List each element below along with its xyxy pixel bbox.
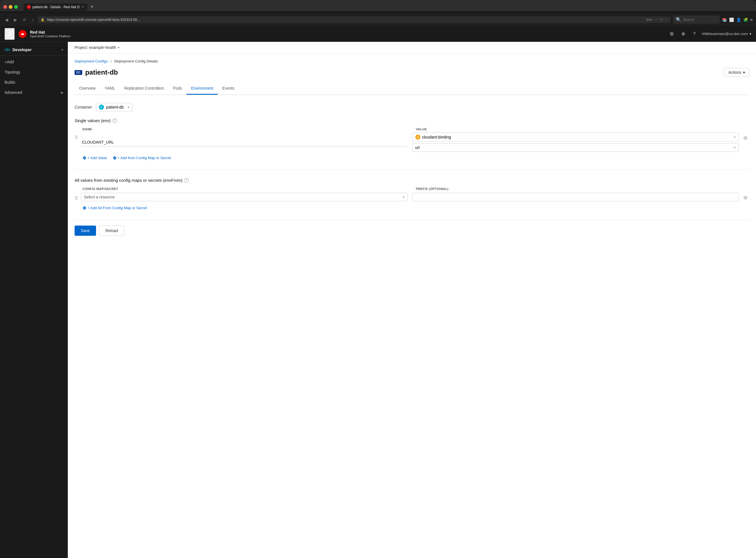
all-values-title: All values from existing config maps or … [75, 178, 183, 183]
sidebar-role-label: Developer [12, 48, 32, 52]
config-map-col-header: CONFIG MAP/SECRET [82, 187, 411, 191]
env-key-select[interactable]: url ▾ [412, 143, 739, 152]
svg-point-2 [21, 33, 24, 35]
home-button[interactable]: ⌂ [30, 17, 35, 23]
name-col-header: NAME [82, 127, 411, 131]
username: IAM#svennam@us.ibm.com [702, 32, 748, 36]
tab-overview[interactable]: Overview [75, 82, 100, 95]
forward-button[interactable]: ▶ [12, 17, 19, 23]
value-col-header: VALUE [416, 127, 745, 131]
bookmark-icon[interactable]: ⋯ [654, 18, 658, 22]
section-divider [75, 170, 749, 170]
actions-button[interactable]: Actions ▾ [724, 68, 749, 77]
new-tab-button[interactable]: + [88, 3, 96, 11]
sidebar-item-builds[interactable]: Builds [0, 77, 68, 87]
user-menu[interactable]: IAM#svennam@us.ibm.com ▾ [702, 32, 752, 36]
breadcrumb-parent-link[interactable]: Deployment Configs [75, 59, 108, 63]
env-key-value: url [415, 145, 420, 150]
add-value-label: + Add Value [87, 156, 107, 160]
tab-environment[interactable]: Environment [186, 82, 218, 95]
address-bar[interactable]: 🔒 https://console-openshift-console.open… [38, 17, 670, 23]
active-browser-tab[interactable]: O patient-db · Details · Red Hat O ✕ [23, 3, 87, 11]
tab-yaml[interactable]: YAML [100, 82, 119, 95]
main-content: Project: example-health ▾ Deployment Con… [68, 42, 756, 558]
container-label: Container: [75, 105, 93, 109]
add-value-icon: ⊕ [82, 155, 86, 160]
breadcrumb-current: Deployment Config Details [114, 59, 158, 63]
project-bar: Project: example-health ▾ [68, 42, 756, 53]
reload-button[interactable]: Reload [99, 226, 124, 236]
shield-icon: 🛡 [660, 18, 663, 22]
add-from-config-label: + Add from Config Map or Secret [117, 156, 171, 160]
topology-label: Topology [4, 70, 20, 74]
envfrom-drag-handle-icon[interactable]: ⠿ [75, 193, 78, 201]
minimize-traffic-light[interactable] [9, 5, 12, 9]
env-value-secret-select[interactable]: S cloudant-binding ▾ [412, 132, 739, 142]
drag-handle-icon[interactable]: ⠿ [75, 132, 78, 140]
remove-env-row-button[interactable]: ⊖ [741, 134, 749, 142]
brand-name: Red Hat [30, 30, 71, 34]
tab-favicon: O [27, 5, 31, 9]
secret-icon: S [415, 134, 421, 140]
tab-title: patient-db · Details · Red Hat O [32, 5, 80, 9]
reload-browser-button[interactable]: ↺ [21, 17, 28, 23]
add-from-config-link[interactable]: ⊕ + Add from Config Map or Secret [113, 155, 171, 160]
dc-badge: DC [75, 70, 82, 75]
brand-logo-area: Red Hat OpenShift Container Platform [18, 29, 71, 39]
add-all-from-config-link[interactable]: ⊕ + Add All From Config Map or Secret [82, 205, 147, 210]
save-button[interactable]: Save [75, 226, 96, 236]
container-dropdown-icon: ▾ [128, 105, 129, 109]
maximize-traffic-light[interactable] [14, 5, 18, 9]
tabs-icon[interactable]: ⬜ [729, 18, 734, 22]
add-label: +Add [4, 60, 14, 64]
sidebar-item-advanced[interactable]: Advanced ▶ [0, 87, 68, 98]
star-icon[interactable]: ☆ [665, 18, 668, 22]
close-traffic-light[interactable] [3, 5, 7, 9]
container-selector[interactable]: C patient-db ▾ [96, 103, 133, 111]
zoom-level: 90% [646, 18, 652, 22]
envfrom-row: ⠿ Select a resource ▾ ⊖ [75, 192, 749, 202]
role-dropdown-icon: ▾ [61, 48, 63, 52]
action-buttons: Save Reload [75, 220, 749, 236]
env-row: ⠿ S cloudant-binding ▾ [75, 132, 749, 152]
single-values-title: Single values (env) [75, 118, 111, 123]
container-name: patient-db [106, 105, 124, 109]
select-resource-text: Select a resource [84, 195, 115, 199]
redhat-logo-svg [18, 29, 27, 39]
env-name-input[interactable] [81, 138, 408, 147]
tab-events[interactable]: Events [218, 82, 239, 95]
single-values-section: Single values (env) ? NAME VALUE ⠿ [75, 118, 749, 160]
prefix-input[interactable] [412, 193, 739, 201]
sidebar-role-selector[interactable]: </> Developer ▾ [0, 44, 68, 56]
bookmarks-icon[interactable]: 📚 [722, 18, 727, 22]
advanced-label: Advanced [4, 90, 22, 95]
back-button[interactable]: ◀ [3, 17, 10, 23]
env-secret-name: cloudant-binding [422, 135, 451, 140]
tab-replication-controllers[interactable]: Replication Controllers [119, 82, 168, 95]
add-button[interactable]: ⊕ [680, 29, 687, 38]
add-all-links-area: ⊕ + Add All From Config Map or Secret [75, 205, 749, 210]
grid-view-button[interactable]: ⊞ [668, 29, 675, 38]
tab-pods[interactable]: Pods [168, 82, 186, 95]
brand-subtitle: OpenShift Container Platform [30, 34, 71, 38]
envfrom-help-icon[interactable]: ? [184, 178, 189, 183]
menu-icon[interactable]: ≡ [750, 18, 753, 22]
add-value-link[interactable]: ⊕ + Add Value [82, 155, 107, 160]
help-button[interactable]: ? [691, 30, 697, 38]
resource-selector[interactable]: Select a resource ▾ [81, 193, 408, 201]
add-from-config-icon: ⊕ [113, 155, 116, 160]
project-dropdown-icon: ▾ [118, 46, 119, 49]
browser-search-bar[interactable]: 🔍 [673, 16, 720, 24]
sidebar-item-add[interactable]: +Add [0, 57, 68, 67]
tab-close-button[interactable]: ✕ [81, 5, 84, 9]
single-values-help-icon[interactable]: ? [112, 119, 117, 123]
remove-envfrom-row-button[interactable]: ⊖ [741, 193, 749, 202]
project-selector[interactable]: Project: example-health ▾ [75, 45, 119, 50]
sidebar-item-topology[interactable]: Topology [0, 67, 68, 77]
actions-dropdown-icon: ▾ [743, 70, 745, 75]
advanced-expand-icon: ▶ [61, 91, 63, 95]
extensions-icon[interactable]: 🧩 [743, 18, 748, 22]
profile-icon[interactable]: 👤 [736, 18, 741, 22]
hamburger-menu[interactable]: ☰ [4, 28, 15, 40]
search-input[interactable] [683, 18, 717, 22]
